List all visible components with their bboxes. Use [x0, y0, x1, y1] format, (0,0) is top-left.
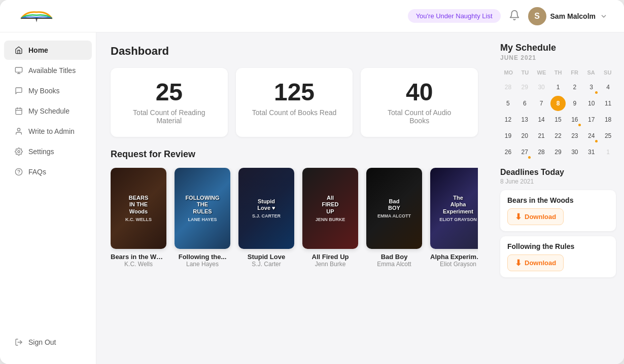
- top-bar-right: You're Under Naughty List S Sam Malcolm: [408, 7, 608, 25]
- cal-day[interactable]: 10: [584, 96, 599, 111]
- book-author-2: S.J. Carter: [252, 261, 281, 268]
- cal-day[interactable]: 18: [601, 112, 616, 127]
- cal-day[interactable]: 19: [500, 128, 515, 143]
- book-cover-art-5: TheAlphaExperiment ELIOT GRAYSON: [430, 168, 478, 249]
- schedule-month: JUNE 2021: [500, 54, 616, 61]
- cal-header-day: TU: [517, 67, 534, 78]
- cal-header-day: MO: [500, 67, 517, 78]
- chevron-down-icon: [600, 12, 608, 20]
- cal-day[interactable]: 29: [517, 80, 532, 95]
- right-panel: My Schedule JUNE 2021 MOTUWETHFRSASU 282…: [492, 32, 624, 364]
- book-card-2[interactable]: StupidLove ♥ S.J. CARTER Stupid Love S.J…: [238, 168, 294, 268]
- book-card-1[interactable]: FOLLOWINGTHERULES LANE HAYES Following t…: [175, 168, 230, 268]
- cal-day[interactable]: 25: [601, 128, 616, 143]
- book-cover-text-4: BadBOY: [388, 198, 400, 211]
- sidebar-item-home[interactable]: Home: [4, 41, 92, 60]
- download-button-1[interactable]: ⬇ Download: [507, 254, 564, 271]
- download-button-0[interactable]: ⬇ Download: [507, 208, 564, 225]
- sidebar-item-my-books[interactable]: My Books: [4, 81, 92, 100]
- sidebar-item-available-titles[interactable]: Available Titles: [4, 61, 92, 80]
- book-cover-5: TheAlphaExperiment ELIOT GRAYSON: [430, 168, 478, 249]
- cal-day[interactable]: 15: [550, 112, 566, 127]
- svg-rect-4: [16, 108, 22, 115]
- cal-day[interactable]: 16: [567, 112, 582, 127]
- book-cover-author-2: S.J. CARTER: [252, 213, 281, 219]
- sidebar-item-settings[interactable]: Settings: [4, 142, 92, 161]
- book-cover-art-1: FOLLOWINGTHERULES LANE HAYES: [175, 168, 230, 249]
- book-cover-art-0: BEARSIN THEWoods K.C. WELLS: [111, 168, 166, 249]
- book-cover-art-4: BadBOY EMMA ALCOTT: [366, 168, 422, 249]
- deadlines-container: Bears in the Woods ⬇ Download Following …: [500, 190, 616, 277]
- my-books-icon: [14, 86, 23, 95]
- calendar-header: MOTUWETHFRSASU: [500, 67, 616, 78]
- book-author-4: Emma Alcott: [377, 261, 411, 268]
- book-card-5[interactable]: TheAlphaExperiment ELIOT GRAYSON Alpha E…: [430, 168, 478, 268]
- book-title-1: Following the...: [179, 253, 227, 261]
- cal-day[interactable]: 24: [584, 128, 599, 143]
- cal-day[interactable]: 21: [534, 128, 549, 143]
- review-section: Request for Review BEARSIN THEWoods K.C.…: [111, 149, 478, 272]
- book-title-3: All Fired Up: [312, 253, 349, 261]
- sidebar-item-faqs-label: FAQs: [28, 168, 46, 176]
- cal-day[interactable]: 29: [550, 144, 566, 160]
- user-info[interactable]: S Sam Malcolm: [528, 7, 608, 25]
- book-title-0: Bears in the Woo...: [111, 253, 166, 261]
- cal-day[interactable]: 1: [550, 80, 566, 95]
- sidebar-item-settings-label: Settings: [28, 148, 54, 156]
- stat-label-books-read: Total Count of Books Read: [252, 108, 337, 117]
- cal-day[interactable]: 3: [584, 80, 599, 95]
- cal-day[interactable]: 5: [500, 96, 515, 111]
- cal-day[interactable]: 11: [601, 96, 616, 111]
- cal-day[interactable]: 22: [550, 128, 566, 143]
- cal-day[interactable]: 14: [534, 112, 549, 127]
- user-name: Sam Malcolm: [550, 12, 596, 20]
- book-card-0[interactable]: BEARSIN THEWoods K.C. WELLS Bears in the…: [111, 168, 166, 268]
- book-author-3: Jenn Burke: [315, 261, 346, 268]
- cal-day[interactable]: 28: [500, 80, 515, 95]
- cal-day[interactable]: 7: [534, 96, 549, 111]
- cal-day[interactable]: 13: [517, 112, 532, 127]
- stat-label-reading: Total Count of Reading Material: [127, 108, 212, 125]
- cal-day[interactable]: 30: [534, 80, 549, 95]
- sidebar-item-my-schedule[interactable]: My Schedule: [4, 101, 92, 121]
- sign-out-icon: [14, 338, 23, 347]
- sidebar-item-my-books-label: My Books: [28, 87, 59, 95]
- deadlines-date: 8 June 2021: [500, 178, 616, 185]
- cal-day[interactable]: 23: [567, 128, 582, 143]
- sidebar-item-faqs[interactable]: FAQs: [4, 162, 92, 181]
- cal-day[interactable]: 8: [550, 96, 566, 111]
- cal-day[interactable]: 9: [567, 96, 582, 111]
- calendar: MOTUWETHFRSASU 2829301234567891011121314…: [500, 67, 616, 160]
- sidebar-item-write-to-admin[interactable]: Write to Admin: [4, 122, 92, 141]
- sidebar-item-available-titles-label: Available Titles: [28, 66, 76, 75]
- cal-day[interactable]: 26: [500, 144, 515, 160]
- stat-number-books-read: 125: [252, 80, 337, 104]
- stat-number-audio: 40: [377, 80, 462, 104]
- avatar: S: [528, 7, 546, 25]
- cal-day[interactable]: 2: [567, 80, 582, 95]
- cal-day[interactable]: 12: [500, 112, 515, 127]
- cal-day[interactable]: 27: [517, 144, 532, 160]
- top-bar: You're Under Naughty List S Sam Malcolm: [0, 0, 624, 32]
- notification-bell-button[interactable]: [509, 10, 520, 22]
- cal-day[interactable]: 28: [534, 144, 549, 160]
- cal-day[interactable]: 17: [584, 112, 599, 127]
- sign-out-button[interactable]: Sign Out: [4, 333, 92, 352]
- cal-day[interactable]: 1: [601, 144, 616, 160]
- cal-day[interactable]: 30: [567, 144, 582, 160]
- naughty-badge-button[interactable]: You're Under Naughty List: [408, 9, 501, 23]
- cal-day[interactable]: 4: [601, 80, 616, 95]
- deadline-book-title-1: Following the Rules: [507, 242, 609, 250]
- cal-day[interactable]: 31: [584, 144, 599, 160]
- deadline-card-1: Following the Rules ⬇ Download: [500, 236, 616, 277]
- book-author-1: Lane Hayes: [186, 261, 219, 268]
- calendar-grid: 2829301234567891011121314151617181920212…: [500, 80, 616, 160]
- cal-day[interactable]: 6: [517, 96, 532, 111]
- my-schedule-icon: [14, 106, 23, 116]
- download-icon-0: ⬇: [515, 212, 522, 222]
- book-card-4[interactable]: BadBOY EMMA ALCOTT Bad Boy Emma Alcott: [366, 168, 422, 268]
- cal-day[interactable]: 20: [517, 128, 532, 143]
- book-card-3[interactable]: AllFIREDUP JENN BURKE All Fired Up Jenn …: [302, 168, 358, 268]
- content-area: Dashboard 25 Total Count of Reading Mate…: [96, 32, 492, 364]
- sign-out-label: Sign Out: [28, 338, 56, 346]
